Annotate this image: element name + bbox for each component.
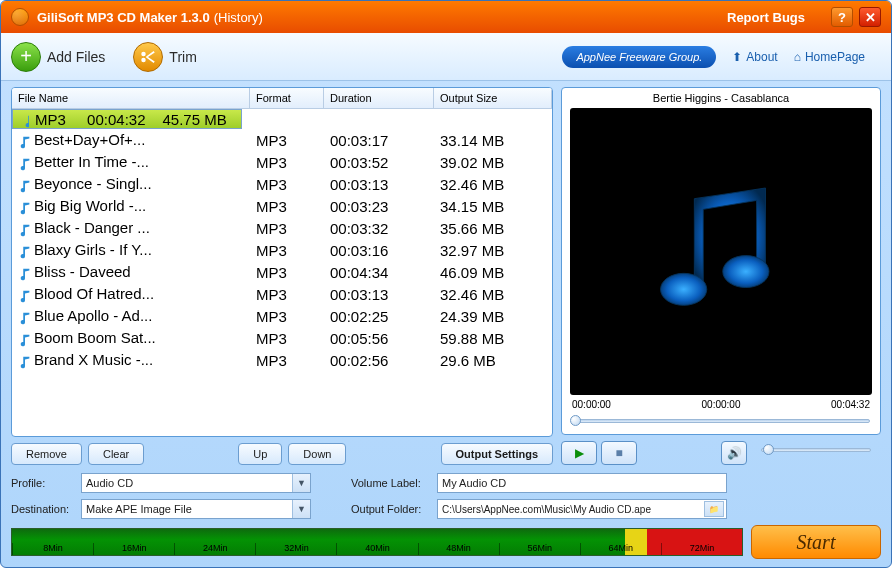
svg-point-1 xyxy=(723,255,769,287)
about-link[interactable]: ⬆ About xyxy=(732,50,777,64)
timeline-tick: 8Min xyxy=(12,543,93,555)
destination-select[interactable]: Make APE Image File ▼ xyxy=(81,499,311,519)
titlebar: GiliSoft MP3 CD Maker 1.3.0 (History) Re… xyxy=(1,1,891,33)
clear-button[interactable]: Clear xyxy=(88,443,144,465)
timeline-tick: 32Min xyxy=(255,543,336,555)
output-folder-label: Output Folder: xyxy=(351,503,429,515)
preview-panel: Bertie Higgins - Casablanca xyxy=(561,87,881,435)
up-button[interactable]: Up xyxy=(238,443,282,465)
browse-button[interactable]: 📁 xyxy=(704,501,724,517)
volume-label-label: Volume Label: xyxy=(351,477,429,489)
plus-icon: + xyxy=(11,42,41,72)
homepage-link[interactable]: ⌂ HomePage xyxy=(794,50,865,64)
chevron-down-icon: ▼ xyxy=(292,474,310,492)
down-button[interactable]: Down xyxy=(288,443,346,465)
music-file-icon xyxy=(18,245,32,259)
trim-button[interactable]: Trim xyxy=(133,42,196,72)
stop-button[interactable]: ■ xyxy=(601,441,637,465)
add-files-label: Add Files xyxy=(47,49,105,65)
music-file-icon xyxy=(18,201,32,215)
timeline-tick: 72Min xyxy=(661,543,742,555)
timeline-tick: 24Min xyxy=(174,543,255,555)
table-row[interactable]: Brand X Music -...MP300:02:5629.6 MB xyxy=(12,349,552,371)
output-folder-input[interactable]: C:\Users\AppNee.com\Music\My Audio CD.ap… xyxy=(437,499,727,519)
music-file-icon xyxy=(18,333,32,347)
music-note-icon xyxy=(631,172,811,332)
timeline-tick: 16Min xyxy=(93,543,174,555)
music-file-icon xyxy=(18,355,32,369)
app-title: GiliSoft MP3 CD Maker 1.3.0 xyxy=(37,10,210,25)
report-bugs-link[interactable]: Report Bugs xyxy=(727,10,805,25)
timeline-tick: 64Min xyxy=(580,543,661,555)
trim-label: Trim xyxy=(169,49,196,65)
timeline-tick: 48Min xyxy=(418,543,499,555)
preview-canvas xyxy=(570,108,872,395)
freeware-badge: AppNee Freeware Group. xyxy=(562,46,716,68)
music-file-icon xyxy=(18,223,32,237)
table-row[interactable]: Blood Of Hatred...MP300:03:1332.46 MB xyxy=(12,283,552,305)
table-row[interactable]: Black - Danger ...MP300:03:3235.66 MB xyxy=(12,217,552,239)
title-history: (History) xyxy=(214,10,263,25)
music-file-icon xyxy=(18,267,32,281)
file-list: File Name Format Duration Output Size Be… xyxy=(11,87,553,437)
timeline-tick: 40Min xyxy=(336,543,417,555)
music-file-icon xyxy=(18,289,32,303)
close-button[interactable]: ✕ xyxy=(859,7,881,27)
svg-point-0 xyxy=(661,273,707,305)
capacity-timeline: 8Min16Min24Min32Min40Min48Min56Min64Min7… xyxy=(11,528,743,556)
file-list-header: File Name Format Duration Output Size xyxy=(12,88,552,109)
music-file-icon xyxy=(18,135,32,149)
toolbar: + Add Files Trim AppNee Freeware Group. … xyxy=(1,33,891,81)
music-file-icon xyxy=(18,311,32,325)
table-row[interactable]: Better In Time -...MP300:03:5239.02 MB xyxy=(12,151,552,173)
volume-label-input[interactable]: My Audio CD xyxy=(437,473,727,493)
seek-slider[interactable] xyxy=(572,414,870,428)
table-row[interactable]: Blue Apollo - Ad...MP300:02:2524.39 MB xyxy=(12,305,552,327)
time-start: 00:00:00 xyxy=(572,399,611,410)
music-file-icon xyxy=(18,179,32,193)
table-row[interactable]: Bliss - DaveedMP300:04:3446.09 MB xyxy=(12,261,552,283)
table-row[interactable]: Boom Boom Sat...MP300:05:5659.88 MB xyxy=(12,327,552,349)
music-file-icon xyxy=(18,157,32,171)
home-icon: ⌂ xyxy=(794,50,801,64)
up-arrow-icon: ⬆ xyxy=(732,50,742,64)
time-end: 00:04:32 xyxy=(831,399,870,410)
remove-button[interactable]: Remove xyxy=(11,443,82,465)
col-format[interactable]: Format xyxy=(250,88,324,108)
volume-slider[interactable] xyxy=(761,443,871,457)
output-settings-button[interactable]: Output Settings xyxy=(441,443,554,465)
col-duration[interactable]: Duration xyxy=(324,88,434,108)
play-button[interactable]: ▶ xyxy=(561,441,597,465)
help-button[interactable]: ? xyxy=(831,7,853,27)
chevron-down-icon: ▼ xyxy=(292,500,310,518)
timeline-tick: 56Min xyxy=(499,543,580,555)
app-logo-icon xyxy=(11,8,29,26)
table-row[interactable]: Bertie Higgins - ...MP300:04:3245.75 MB xyxy=(12,109,242,129)
col-filename[interactable]: File Name xyxy=(12,88,250,108)
time-current: 00:00:00 xyxy=(702,399,741,410)
destination-label: Destination: xyxy=(11,503,73,515)
col-outputsize[interactable]: Output Size xyxy=(434,88,552,108)
preview-title: Bertie Higgins - Casablanca xyxy=(562,88,880,108)
profile-select[interactable]: Audio CD ▼ xyxy=(81,473,311,493)
table-row[interactable]: Beyonce - Singl...MP300:03:1332.46 MB xyxy=(12,173,552,195)
profile-label: Profile: xyxy=(11,477,73,489)
table-row[interactable]: Best+Day+Of+...MP300:03:1733.14 MB xyxy=(12,129,552,151)
table-row[interactable]: Big Big World -...MP300:03:2334.15 MB xyxy=(12,195,552,217)
add-files-button[interactable]: + Add Files xyxy=(11,42,105,72)
volume-icon[interactable]: 🔊 xyxy=(721,441,747,465)
scissors-icon xyxy=(133,42,163,72)
start-button[interactable]: Start xyxy=(751,525,881,559)
file-list-body[interactable]: Bertie Higgins - ...MP300:04:3245.75 MBB… xyxy=(12,109,552,436)
table-row[interactable]: Blaxy Girls - If Y...MP300:03:1632.97 MB xyxy=(12,239,552,261)
